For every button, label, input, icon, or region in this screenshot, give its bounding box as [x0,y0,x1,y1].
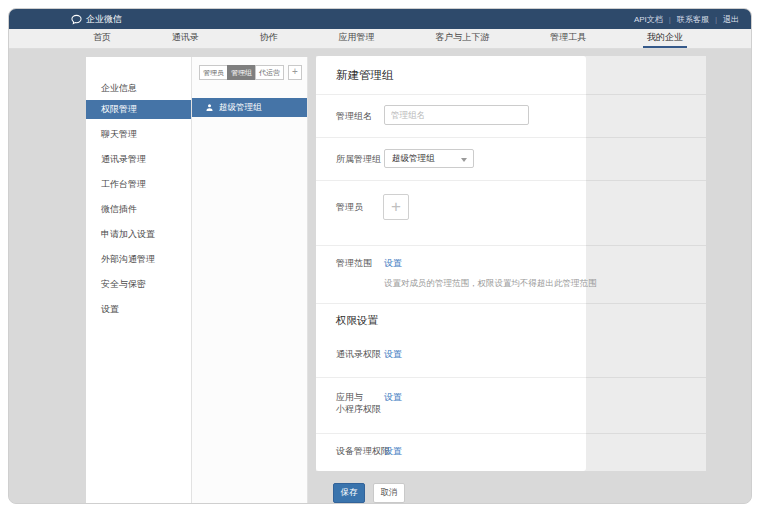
tab-agent-operation[interactable]: 代运营 [255,65,284,80]
cancel-button[interactable]: 取消 [373,483,405,503]
topbar-links: API文档 | 联系客服 | 退出 [634,14,739,25]
scope-description: 设置对成员的管理范围，权限设置均不得超出此管理范围 [384,278,597,290]
brand-name: 企业微信 [86,13,122,26]
settings-sidebar: 企业信息 权限管理 聊天管理 通讯录管理 工作台管理 微信插件 申请加入设置 外… [86,57,192,503]
scope-set-link[interactable]: 设置 [384,257,402,270]
save-button[interactable]: 保存 [333,483,365,503]
parent-group-select[interactable]: 超级管理组 [384,149,474,168]
admin-group-panel: 管理员 管理组 代运营 + 超级管理组 [192,57,308,503]
screenshot-stage: 企业微信 API文档 | 联系客服 | 退出 首页 通讯录 协作 应用管理 客户… [0,0,760,512]
nav-item-home[interactable]: 首页 [89,29,115,48]
nav-item-contacts[interactable]: 通讯录 [168,29,203,48]
group-name: 超级管理组 [219,102,262,114]
brand: 企业微信 [71,13,122,26]
api-docs-link[interactable]: API文档 [634,14,663,25]
topbar: 企业微信 API文档 | 联系客服 | 退出 [9,9,751,29]
device-permission-label: 设备管理权限 [336,445,390,457]
app-permission-label: 应用与 小程序权限 [336,391,381,415]
sidebar-item-enterprise-info[interactable]: 企业信息 [86,79,191,97]
role-tabs: 管理员 管理组 代运营 + [199,65,302,80]
group-name-label: 管理组名 [336,110,372,122]
tab-admin-groups[interactable]: 管理组 [227,65,256,80]
logout-link[interactable]: 退出 [723,14,739,25]
contact-support-link[interactable]: 联系客服 [677,14,709,25]
nav-item-app-management[interactable]: 应用管理 [334,29,378,48]
new-group-form-region: 新建管理组 管理组名 所属管理组 超级管理组 管理员 + 管理范围 设置 设置对… [316,56,706,471]
contacts-permission-label: 通讯录权限 [336,348,381,360]
parent-group-selected-value: 超级管理组 [392,153,435,165]
app-permission-set-link[interactable]: 设置 [384,391,402,404]
form-actions: 保存 取消 [333,483,405,503]
contacts-permission-set-link[interactable]: 设置 [384,348,402,361]
sidebar-item-contacts-management[interactable]: 通讯录管理 [86,147,191,172]
sidebar-item-external-communication[interactable]: 外部沟通管理 [86,247,191,272]
scope-label: 管理范围 [336,257,372,269]
wework-bubble-icon [71,14,82,25]
primary-nav: 首页 通讯录 协作 应用管理 客户与上下游 管理工具 我的企业 [9,29,751,49]
nav-item-customers[interactable]: 客户与上下游 [431,29,493,48]
nav-item-admin-tools[interactable]: 管理工具 [546,29,590,48]
sidebar-item-workbench-management[interactable]: 工作台管理 [86,172,191,197]
nav-item-collaboration[interactable]: 协作 [256,29,282,48]
parent-group-label: 所属管理组 [336,153,381,165]
tab-administrators[interactable]: 管理员 [199,65,228,80]
separator: | [715,15,717,24]
sidebar-item-security-privacy[interactable]: 安全与保密 [86,272,191,297]
divider [316,377,706,378]
admin-console-window: 企业微信 API文档 | 联系客服 | 退出 首页 通讯录 协作 应用管理 客户… [8,8,752,504]
add-admin-button[interactable]: + [383,194,409,220]
group-icon [205,103,214,112]
divider [316,180,706,181]
separator: | [669,15,671,24]
divider [316,303,706,304]
chevron-down-icon [461,158,467,162]
sidebar-item-chat-management[interactable]: 聊天管理 [86,122,191,147]
sidebar-item-wechat-plugin[interactable]: 微信插件 [86,197,191,222]
divider [316,137,706,138]
admins-label: 管理员 [336,201,363,213]
divider [316,433,706,434]
sidebar-item-join-settings[interactable]: 申请加入设置 [86,222,191,247]
content-area: 企业信息 权限管理 聊天管理 通讯录管理 工作台管理 微信插件 申请加入设置 外… [9,49,751,503]
add-group-button[interactable]: + [288,65,302,80]
divider [316,94,706,95]
nav-item-my-enterprise[interactable]: 我的企业 [643,29,687,48]
divider [316,245,706,246]
page-title: 新建管理组 [336,68,394,83]
device-permission-set-link[interactable]: 设置 [384,445,402,458]
sidebar-item-settings[interactable]: 设置 [86,297,191,322]
group-list-item-super-admin[interactable]: 超级管理组 [192,98,307,117]
permission-section-title: 权限设置 [336,314,378,328]
group-name-input[interactable] [384,105,529,125]
sidebar-item-permission-management[interactable]: 权限管理 [86,97,191,122]
